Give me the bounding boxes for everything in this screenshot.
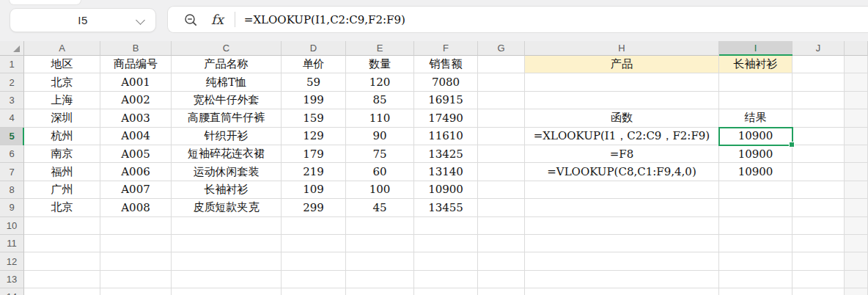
magnifier-minus-icon[interactable] bbox=[184, 13, 197, 26]
cell-H8[interactable] bbox=[525, 181, 719, 199]
cell-I4[interactable]: 结果 bbox=[719, 109, 792, 127]
column-header-A[interactable]: A bbox=[24, 41, 100, 56]
cell-B11[interactable] bbox=[100, 235, 172, 252]
column-header-C[interactable]: C bbox=[172, 41, 282, 56]
cell-G7[interactable] bbox=[478, 163, 525, 181]
cell-D8[interactable]: 109 bbox=[282, 181, 346, 199]
cell-B7[interactable]: A006 bbox=[100, 163, 172, 181]
cell-J14[interactable] bbox=[792, 288, 845, 295]
cell-I3[interactable] bbox=[719, 92, 792, 109]
cell-B14[interactable] bbox=[100, 288, 172, 295]
cell-G4[interactable] bbox=[478, 109, 525, 127]
cell-J10[interactable] bbox=[792, 217, 845, 235]
cell-A7[interactable]: 福州 bbox=[24, 163, 100, 181]
cell-G6[interactable] bbox=[478, 145, 525, 163]
cell-A6[interactable]: 南京 bbox=[24, 145, 100, 163]
cell-H7[interactable]: =VLOOKUP(C8,C1:F9,4,0) bbox=[525, 163, 719, 181]
cell-D7[interactable]: 219 bbox=[282, 163, 346, 181]
cell-I14[interactable] bbox=[719, 288, 792, 295]
cell-F7[interactable]: 13140 bbox=[414, 163, 478, 181]
cell-E5[interactable]: 90 bbox=[346, 128, 414, 145]
cell-C3[interactable]: 宽松牛仔外套 bbox=[172, 92, 282, 109]
cell-G2[interactable] bbox=[478, 73, 525, 91]
cell-E3[interactable]: 85 bbox=[346, 92, 414, 109]
row-header-12[interactable]: 12 bbox=[0, 252, 24, 270]
name-box[interactable]: I5 bbox=[10, 8, 156, 32]
row-header-14[interactable]: 14 bbox=[0, 288, 24, 295]
cell-E10[interactable] bbox=[346, 217, 414, 235]
cell-D10[interactable] bbox=[282, 217, 346, 235]
cell-D5[interactable]: 129 bbox=[282, 128, 346, 145]
column-header-J[interactable]: J bbox=[792, 41, 845, 56]
cell-D9[interactable]: 299 bbox=[282, 199, 346, 216]
cell-D14[interactable] bbox=[282, 288, 346, 295]
cell-J11[interactable] bbox=[792, 235, 845, 252]
column-header-I[interactable]: I bbox=[719, 41, 792, 56]
cell-D1[interactable]: 单价 bbox=[282, 56, 346, 73]
cell-D6[interactable]: 179 bbox=[282, 145, 346, 163]
cell-I9[interactable] bbox=[719, 199, 792, 216]
cell-B3[interactable]: A002 bbox=[100, 92, 172, 109]
cell-A14[interactable] bbox=[24, 288, 100, 295]
cell-E12[interactable] bbox=[346, 252, 414, 270]
cell-F10[interactable] bbox=[414, 217, 478, 235]
cell-A10[interactable] bbox=[24, 217, 100, 235]
cell-A11[interactable] bbox=[24, 235, 100, 252]
cell-H4[interactable]: 函数 bbox=[525, 109, 719, 127]
row-header-2[interactable]: 2 bbox=[0, 73, 24, 91]
cell-G12[interactable] bbox=[478, 252, 525, 270]
cell-B8[interactable]: A007 bbox=[100, 181, 172, 199]
cell-F6[interactable]: 13425 bbox=[414, 145, 478, 163]
cell-J9[interactable] bbox=[792, 199, 845, 216]
cell-J13[interactable] bbox=[792, 271, 845, 288]
cell-B4[interactable]: A003 bbox=[100, 109, 172, 127]
cell-J5[interactable] bbox=[792, 128, 845, 145]
cell-J7[interactable] bbox=[792, 163, 845, 181]
cell-H1[interactable]: 产品 bbox=[525, 56, 719, 73]
row-header-10[interactable]: 10 bbox=[0, 217, 24, 235]
select-all-corner[interactable] bbox=[0, 41, 24, 56]
column-header-B[interactable]: B bbox=[100, 41, 172, 56]
cell-C9[interactable]: 皮质短款夹克 bbox=[172, 199, 282, 216]
cell-I7[interactable]: 10900 bbox=[719, 163, 792, 181]
cell-B1[interactable]: 商品编号 bbox=[100, 56, 172, 73]
cell-F2[interactable]: 7080 bbox=[414, 73, 478, 91]
row-header-8[interactable]: 8 bbox=[0, 181, 24, 199]
cell-I1[interactable]: 长袖衬衫 bbox=[719, 56, 792, 73]
cell-C8[interactable]: 长袖衬衫 bbox=[172, 181, 282, 199]
cell-G13[interactable] bbox=[478, 271, 525, 288]
row-header-13[interactable]: 13 bbox=[0, 271, 24, 288]
cell-G11[interactable] bbox=[478, 235, 525, 252]
row-header-9[interactable]: 9 bbox=[0, 199, 24, 216]
row-header-3[interactable]: 3 bbox=[0, 92, 24, 109]
row-header-7[interactable]: 7 bbox=[0, 163, 24, 181]
cell-D11[interactable] bbox=[282, 235, 346, 252]
formula-input[interactable]: =XLOOKUP(I1,C2:C9,F2:F9) bbox=[244, 13, 405, 26]
cell-I13[interactable] bbox=[719, 271, 792, 288]
column-header-F[interactable]: F bbox=[414, 41, 478, 56]
cell-A2[interactable]: 北京 bbox=[24, 73, 100, 91]
cell-G3[interactable] bbox=[478, 92, 525, 109]
cell-H9[interactable] bbox=[525, 199, 719, 216]
cell-E8[interactable]: 100 bbox=[346, 181, 414, 199]
cell-I5[interactable]: 10900 bbox=[719, 128, 792, 145]
cell-A4[interactable]: 深圳 bbox=[24, 109, 100, 127]
fx-icon[interactable]: fx bbox=[211, 12, 224, 27]
cell-J12[interactable] bbox=[792, 252, 845, 270]
cell-E6[interactable]: 75 bbox=[346, 145, 414, 163]
cell-B2[interactable]: A001 bbox=[100, 73, 172, 91]
cell-B13[interactable] bbox=[100, 271, 172, 288]
cell-J8[interactable] bbox=[792, 181, 845, 199]
cell-B12[interactable] bbox=[100, 252, 172, 270]
cell-G9[interactable] bbox=[478, 199, 525, 216]
cell-A8[interactable]: 广州 bbox=[24, 181, 100, 199]
cell-E14[interactable] bbox=[346, 288, 414, 295]
cell-H2[interactable] bbox=[525, 73, 719, 91]
cell-B5[interactable]: A004 bbox=[100, 128, 172, 145]
cell-F13[interactable] bbox=[414, 271, 478, 288]
cell-H6[interactable]: =F8 bbox=[525, 145, 719, 163]
row-header-1[interactable]: 1 bbox=[0, 56, 24, 73]
cell-C2[interactable]: 纯棉T恤 bbox=[172, 73, 282, 91]
chevron-down-icon[interactable] bbox=[136, 15, 145, 25]
cell-H14[interactable] bbox=[525, 288, 719, 295]
